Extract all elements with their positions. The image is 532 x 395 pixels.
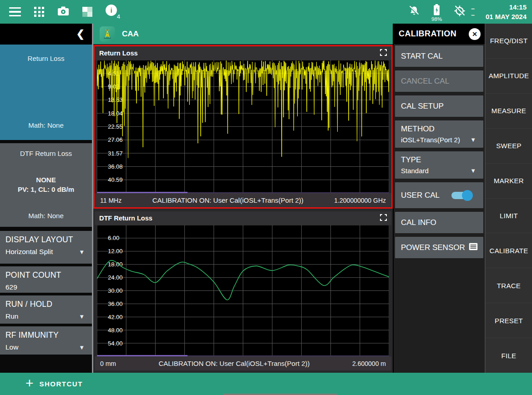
type-label: TYPE (401, 155, 483, 165)
time-text: 14:15 (509, 2, 527, 12)
gps-status: – – (453, 5, 475, 19)
menu-item-freq-dist[interactable]: FREQ/DIST (486, 24, 532, 59)
gps-off-icon[interactable] (453, 5, 466, 19)
camera-icon[interactable] (57, 6, 69, 18)
fullscreen-icon[interactable] (380, 214, 387, 223)
trace-selector-dtf-return-loss[interactable]: DTF Return Loss NONE PV: 1, CL: 0 dB/m M… (0, 143, 92, 227)
user-cal-toggle-row: USER CAL (395, 182, 483, 208)
main-menu: FREQ/DIST AMPLITUDE MEASURE SWEEP MARKER… (486, 24, 532, 373)
add-shortcut-icon[interactable]: + (25, 376, 34, 390)
clock-block[interactable]: 14:15 01 MAY 2024 (486, 2, 527, 21)
svg-text:31.57: 31.57 (108, 150, 123, 157)
start-cal-button[interactable]: START CAL (395, 45, 483, 67)
panel-title: CALIBRATION (399, 29, 456, 39)
top-status-bar: i 4 98% (0, 0, 532, 24)
chart-header: Return Loss (95, 46, 391, 60)
chevron-down-icon: ▼ (79, 313, 85, 320)
info-icon[interactable]: i 4 (106, 4, 120, 20)
cancel-cal-button: CANCEL CAL (395, 70, 483, 92)
point-count-setting[interactable]: POINT COUNT 629 (0, 266, 92, 293)
stop-frequency: 1.200000000 GHz (334, 197, 386, 204)
return-loss-plot[interactable]: 4.519.0213.5318.0422.5527.0631.5736.0840… (97, 60, 389, 193)
chevron-down-icon: ▼ (470, 136, 476, 143)
menu-item-file[interactable]: FILE (486, 338, 532, 373)
chevron-down-icon: ▼ (79, 344, 85, 351)
trace-math: Math: None (28, 121, 64, 129)
type-dropdown[interactable]: TYPE Standard ▼ (395, 151, 483, 179)
trace-sidebar: ❮ Return Loss Math: None DTF Return Loss… (0, 24, 92, 373)
sidebar-header: ❮ (0, 24, 92, 45)
dtf-return-loss-chart-card[interactable]: DTF Return Loss 6.0012.0018.0024.0030.00… (93, 210, 393, 372)
setting-value: Low (5, 343, 18, 351)
display-layout-setting[interactable]: DISPLAY LAYOUT Horizontal Split ▼ (0, 231, 92, 264)
cal-setup-button[interactable]: CAL SETUP (395, 95, 483, 117)
notifications-off-icon[interactable] (408, 5, 421, 18)
type-value: Standard (401, 167, 429, 175)
calibration-panel: CALIBRATION ✕ START CAL CANCEL CAL CAL S… (394, 24, 485, 373)
power-sensor-button[interactable]: POWER SENSOR (395, 237, 483, 258)
menu-item-sweep[interactable]: SWEEP (486, 129, 532, 164)
menu-item-amplitude[interactable]: AMPLITUDE (486, 59, 532, 94)
return-loss-chart-card[interactable]: Return Loss 4.519.0213.5318.0422.5527.06… (93, 45, 393, 209)
svg-text:18.04: 18.04 (108, 110, 123, 117)
svg-text:40.59: 40.59 (108, 176, 123, 183)
menu-item-limit[interactable]: LIMIT (486, 199, 532, 234)
trace-math: Math: None (28, 212, 64, 220)
shortcut-bar: + SHORTCUT (0, 373, 532, 395)
svg-text:30.00: 30.00 (108, 287, 123, 294)
chart-title: DTF Return Loss (99, 215, 152, 222)
user-cal-toggle[interactable] (451, 192, 471, 199)
info-badge-count: 4 (117, 13, 120, 20)
menu-item-preset[interactable]: PRESET (486, 303, 532, 338)
chart-header: DTF Return Loss (95, 211, 391, 225)
method-dropdown[interactable]: METHOD iOSL+Trans(Port 2) ▼ (395, 120, 483, 148)
dtf-return-loss-plot[interactable]: 6.0012.0018.0024.0030.0036.0042.0048.005… (97, 225, 389, 356)
setting-label: DISPLAY LAYOUT (5, 235, 86, 245)
trace-selector-return-loss[interactable]: Return Loss Math: None (0, 45, 92, 140)
sidebar-collapse-icon[interactable]: ❮ (76, 28, 85, 40)
fullscreen-icon[interactable] (380, 49, 387, 58)
battery-indicator[interactable]: 98% (431, 4, 442, 22)
svg-text:12.00: 12.00 (108, 248, 123, 255)
calibration-status: CALIBRATION ON: User Cal(iOSL+Trans(Port… (158, 360, 309, 367)
svg-text:27.06: 27.06 (108, 136, 123, 143)
menu-item-measure[interactable]: MEASURE (486, 94, 532, 129)
chart-status-bar: 0 mm CALIBRATION ON: User Cal(iOSL+Trans… (95, 356, 391, 370)
info-circle: i (106, 5, 117, 16)
menu-item-trace[interactable]: TRACE (486, 268, 532, 303)
svg-text:42.00: 42.00 (108, 314, 123, 320)
topbar-left-icons: i 4 (9, 4, 120, 20)
app-tab-label[interactable]: CAA (122, 30, 139, 39)
trace-title: Return Loss (28, 55, 65, 62)
power-sensor-icon (469, 243, 478, 253)
screenshot-gallery-icon[interactable] (82, 7, 92, 17)
svg-text:6.00: 6.00 (108, 235, 119, 241)
cal-info-button[interactable]: CAL INFO (395, 212, 483, 233)
start-distance: 0 mm (100, 360, 116, 367)
menu-item-calibrate[interactable]: CALIBRATE (486, 233, 532, 268)
menu-icon[interactable] (9, 7, 21, 17)
apps-grid-icon[interactable] (34, 7, 44, 17)
battery-icon (433, 4, 440, 16)
run-hold-setting[interactable]: RUN / HOLD Run ▼ (0, 295, 92, 324)
trace-title: DTF Return Loss (20, 150, 72, 157)
setting-label: RF IMMUNITY (5, 330, 86, 340)
menu-item-marker[interactable]: MARKER (486, 164, 532, 199)
svg-text:36.08: 36.08 (108, 163, 123, 170)
calibration-panel-header: CALIBRATION ✕ (394, 24, 485, 44)
setting-label: POINT COUNT (5, 270, 86, 280)
shortcut-label[interactable]: SHORTCUT (40, 380, 83, 388)
date-text: 01 MAY 2024 (486, 12, 527, 21)
caa-app-icon[interactable] (100, 26, 115, 42)
chevron-down-icon: ▼ (470, 167, 476, 174)
chart-title: Return Loss (99, 50, 138, 57)
svg-text:36.00: 36.00 (108, 300, 123, 307)
close-icon[interactable]: ✕ (469, 28, 481, 40)
rf-immunity-setting[interactable]: RF IMMUNITY Low ▼ (0, 326, 92, 355)
setting-label: RUN / HOLD (5, 300, 86, 309)
battery-percent: 98% (431, 16, 442, 22)
trace-cable-info: NONE PV: 1, CL: 0 dB/m (18, 176, 74, 193)
stop-distance: 2.600000 m (352, 360, 386, 367)
user-cal-label: USER CAL (401, 191, 440, 200)
calibration-status: CALIBRATION ON: User Cal(iOSL+Trans(Port… (152, 196, 304, 204)
